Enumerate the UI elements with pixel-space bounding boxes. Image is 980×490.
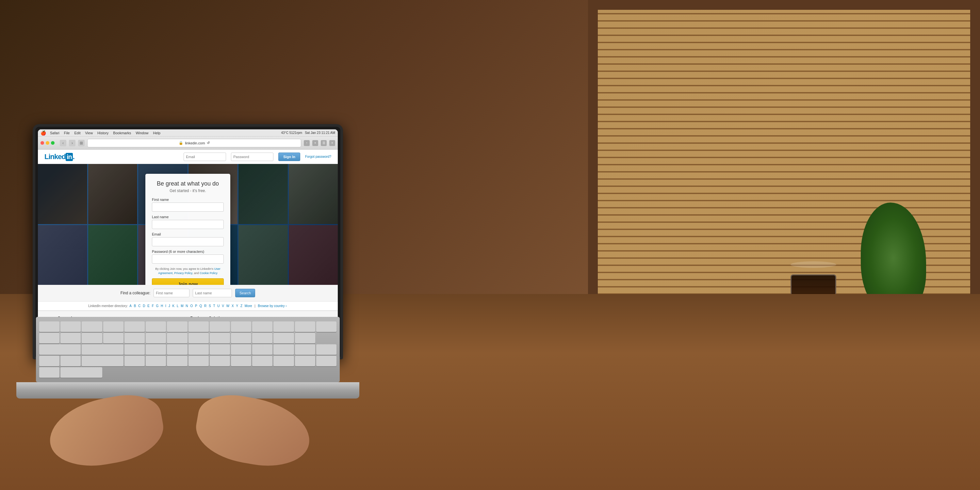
key-i[interactable] bbox=[274, 344, 294, 355]
menu-file[interactable]: File bbox=[64, 131, 70, 135]
dir-u[interactable]: U bbox=[217, 304, 220, 308]
key-f10[interactable] bbox=[252, 321, 272, 332]
dir-x[interactable]: X bbox=[232, 304, 234, 308]
dir-g[interactable]: G bbox=[156, 304, 159, 308]
signup-email-input[interactable] bbox=[152, 237, 224, 246]
key-tab[interactable] bbox=[82, 344, 123, 355]
key-semicolon[interactable] bbox=[316, 356, 336, 366]
dir-z[interactable]: Z bbox=[240, 304, 242, 308]
dir-l[interactable]: L bbox=[177, 304, 179, 308]
key-e[interactable] bbox=[167, 344, 187, 355]
join-now-button[interactable]: Join now bbox=[152, 278, 224, 285]
signin-button[interactable]: Sign In bbox=[278, 153, 300, 161]
dir-w[interactable]: W bbox=[226, 304, 229, 308]
find-search-button[interactable]: Search bbox=[235, 289, 255, 297]
key-q[interactable] bbox=[124, 344, 145, 355]
key-h[interactable] bbox=[231, 356, 251, 366]
key-y[interactable] bbox=[231, 344, 251, 355]
key-l[interactable] bbox=[295, 356, 315, 366]
minimize-button[interactable] bbox=[46, 141, 49, 145]
dir-o[interactable]: O bbox=[190, 304, 193, 308]
key-f1[interactable] bbox=[60, 321, 81, 332]
key-caps[interactable] bbox=[82, 356, 123, 366]
forgot-password-link[interactable]: Forgot password? bbox=[305, 155, 331, 158]
menu-window[interactable]: Window bbox=[135, 131, 148, 135]
key-k[interactable] bbox=[274, 356, 294, 366]
key-f[interactable] bbox=[188, 356, 209, 366]
privacy-policy-link[interactable]: Privacy Policy bbox=[174, 272, 192, 275]
key-power[interactable] bbox=[316, 321, 336, 332]
key-d[interactable] bbox=[167, 356, 187, 366]
key-4[interactable] bbox=[124, 333, 145, 343]
key-f2[interactable] bbox=[82, 321, 102, 332]
dir-n[interactable]: N bbox=[186, 304, 188, 308]
key-j[interactable] bbox=[252, 356, 272, 366]
dir-c[interactable]: C bbox=[138, 304, 140, 308]
key-t[interactable] bbox=[210, 344, 230, 355]
key-9[interactable] bbox=[231, 333, 251, 343]
key-3[interactable] bbox=[103, 333, 124, 343]
dir-more[interactable]: More bbox=[245, 304, 252, 308]
key-w[interactable] bbox=[146, 344, 166, 355]
reload-icon[interactable]: ↺ bbox=[207, 141, 210, 145]
menu-help[interactable]: Help bbox=[153, 131, 161, 135]
menu-bookmarks[interactable]: Bookmarks bbox=[113, 131, 131, 135]
key-p[interactable] bbox=[316, 344, 336, 355]
key-g[interactable] bbox=[210, 356, 230, 366]
maximize-button[interactable] bbox=[51, 141, 54, 145]
header-email-input[interactable] bbox=[184, 153, 226, 161]
cookie-policy-link[interactable]: Cookie Policy bbox=[200, 272, 218, 275]
key-backtick[interactable] bbox=[39, 333, 59, 343]
key-o[interactable] bbox=[295, 344, 315, 355]
forward-button[interactable]: › bbox=[69, 140, 75, 146]
dir-q[interactable]: Q bbox=[199, 304, 202, 308]
key-s[interactable] bbox=[146, 356, 166, 366]
first-name-input[interactable] bbox=[152, 202, 224, 212]
key-f7[interactable] bbox=[188, 321, 209, 332]
key-2[interactable] bbox=[82, 333, 102, 343]
key-f12[interactable] bbox=[295, 321, 315, 332]
key-bracket-r[interactable] bbox=[60, 356, 81, 366]
key-quote[interactable] bbox=[39, 367, 59, 378]
close-button[interactable] bbox=[40, 141, 44, 145]
dir-s[interactable]: S bbox=[209, 304, 211, 308]
dir-e[interactable]: E bbox=[147, 304, 150, 308]
key-f11[interactable] bbox=[274, 321, 294, 332]
menu-safari[interactable]: Safari bbox=[50, 131, 59, 135]
menu-view[interactable]: View bbox=[85, 131, 93, 135]
back-button[interactable]: ‹ bbox=[60, 140, 66, 146]
share-icon[interactable]: ↑ bbox=[304, 140, 310, 146]
dir-b[interactable]: B bbox=[134, 304, 136, 308]
key-f4[interactable] bbox=[124, 321, 145, 332]
dir-y[interactable]: Y bbox=[236, 304, 238, 308]
key-1[interactable] bbox=[60, 333, 81, 343]
key-8[interactable] bbox=[210, 333, 230, 343]
key-bracket-l[interactable] bbox=[39, 356, 59, 366]
key-minus[interactable] bbox=[274, 333, 294, 343]
key-6[interactable] bbox=[167, 333, 187, 343]
key-r[interactable] bbox=[188, 344, 209, 355]
browse-by-country[interactable]: Browse by country › bbox=[258, 304, 286, 308]
menu-edit[interactable]: Edit bbox=[74, 131, 80, 135]
dir-h[interactable]: H bbox=[161, 304, 163, 308]
key-5[interactable] bbox=[146, 333, 166, 343]
dir-t[interactable]: T bbox=[213, 304, 215, 308]
header-password-input[interactable] bbox=[231, 153, 274, 161]
key-f9[interactable] bbox=[231, 321, 251, 332]
find-first-name-input[interactable] bbox=[154, 289, 189, 297]
signup-password-input[interactable] bbox=[152, 255, 224, 264]
dir-v[interactable]: V bbox=[222, 304, 224, 308]
dir-p[interactable]: P bbox=[195, 304, 197, 308]
dir-a[interactable]: A bbox=[129, 304, 132, 308]
key-u[interactable] bbox=[252, 344, 272, 355]
key-f6[interactable] bbox=[167, 321, 187, 332]
key-0[interactable] bbox=[252, 333, 272, 343]
dir-m[interactable]: M bbox=[181, 304, 183, 308]
key-delete[interactable] bbox=[39, 344, 81, 355]
new-tab-icon[interactable]: + bbox=[329, 140, 335, 146]
key-f8[interactable] bbox=[210, 321, 230, 332]
key-f3[interactable] bbox=[103, 321, 124, 332]
dir-f[interactable]: F bbox=[152, 304, 154, 308]
last-name-input[interactable] bbox=[152, 220, 224, 229]
sidebar-icon[interactable]: ☰ bbox=[321, 140, 327, 146]
